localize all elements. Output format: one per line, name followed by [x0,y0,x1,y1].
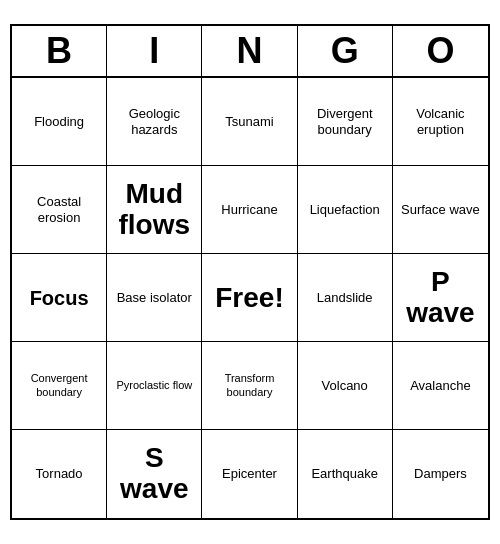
bingo-cell: Base isolator [107,254,202,342]
bingo-cell: Coastal erosion [12,166,107,254]
bingo-cell: Avalanche [393,342,488,430]
bingo-cell: Hurricane [202,166,297,254]
bingo-cell: Focus [12,254,107,342]
bingo-cell: Free! [202,254,297,342]
header-letter: G [298,26,393,76]
bingo-card: BINGO FloodingGeologic hazardsTsunamiDiv… [10,24,490,520]
bingo-cell: Tornado [12,430,107,518]
bingo-cell: Dampers [393,430,488,518]
bingo-cell: Epicenter [202,430,297,518]
bingo-cell: Volcano [298,342,393,430]
bingo-cell: P wave [393,254,488,342]
bingo-cell: Landslide [298,254,393,342]
header-letter: I [107,26,202,76]
bingo-cell: S wave [107,430,202,518]
header-letter: B [12,26,107,76]
bingo-cell: Earthquake [298,430,393,518]
bingo-cell: Volcanic eruption [393,78,488,166]
bingo-header: BINGO [12,26,488,78]
bingo-cell: Divergent boundary [298,78,393,166]
header-letter: N [202,26,297,76]
bingo-cell: Pyroclastic flow [107,342,202,430]
bingo-cell: Mud flows [107,166,202,254]
bingo-cell: Convergent boundary [12,342,107,430]
header-letter: O [393,26,488,76]
bingo-grid: FloodingGeologic hazardsTsunamiDivergent… [12,78,488,518]
bingo-cell: Flooding [12,78,107,166]
bingo-cell: Liquefaction [298,166,393,254]
bingo-cell: Geologic hazards [107,78,202,166]
bingo-cell: Transform boundary [202,342,297,430]
bingo-cell: Surface wave [393,166,488,254]
bingo-cell: Tsunami [202,78,297,166]
